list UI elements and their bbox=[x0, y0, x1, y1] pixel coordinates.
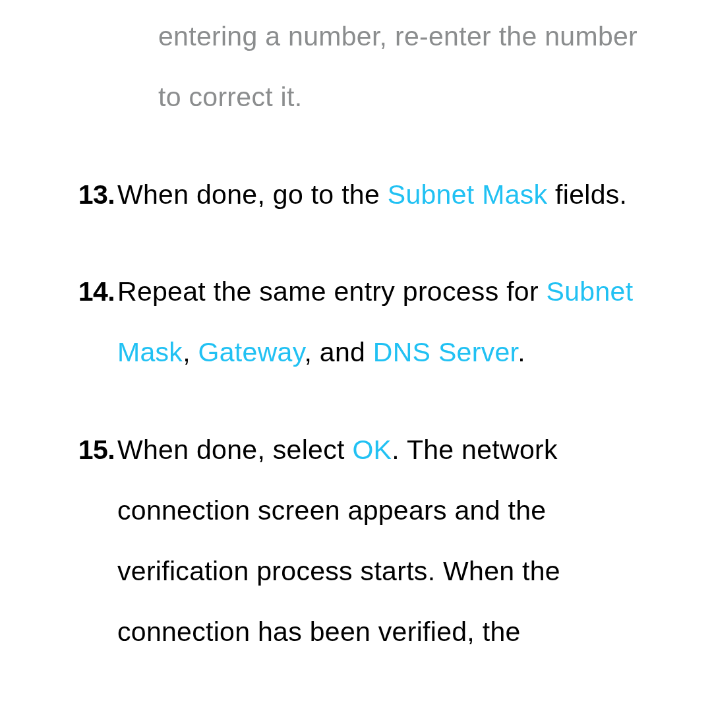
step-text: , bbox=[183, 337, 198, 367]
step-text: . bbox=[518, 337, 525, 367]
step-13: 13. When done, go to the Subnet Mask fie… bbox=[70, 165, 699, 226]
step-number: 13. bbox=[66, 165, 115, 226]
step-text: , and bbox=[304, 337, 372, 367]
keyword-gateway: Gateway bbox=[198, 337, 305, 367]
step-number: 14. bbox=[66, 262, 115, 322]
keyword-subnet-mask: Subnet Mask bbox=[388, 179, 548, 210]
intro-text: entering a number, re-enter the number t… bbox=[158, 21, 638, 112]
step-14: 14. Repeat the same entry process for Su… bbox=[70, 262, 699, 383]
step-text: When done, go to the bbox=[117, 179, 388, 210]
document-page: entering a number, re-enter the number t… bbox=[0, 0, 712, 662]
step-number: 15. bbox=[66, 420, 115, 481]
step-text: Repeat the same entry process for bbox=[117, 276, 547, 307]
keyword-dns-server: DNS Server bbox=[373, 337, 518, 367]
step-text: fields. bbox=[547, 179, 627, 210]
ordered-steps-list: 13. When done, go to the Subnet Mask fie… bbox=[70, 165, 699, 663]
step-text: When done, select bbox=[117, 435, 352, 465]
step-15: 15. When done, select OK. The network co… bbox=[70, 420, 699, 662]
keyword-ok: OK bbox=[352, 435, 392, 465]
intro-paragraph: entering a number, re-enter the number t… bbox=[70, 7, 699, 128]
step-text: . The network connection screen appears … bbox=[117, 435, 560, 646]
